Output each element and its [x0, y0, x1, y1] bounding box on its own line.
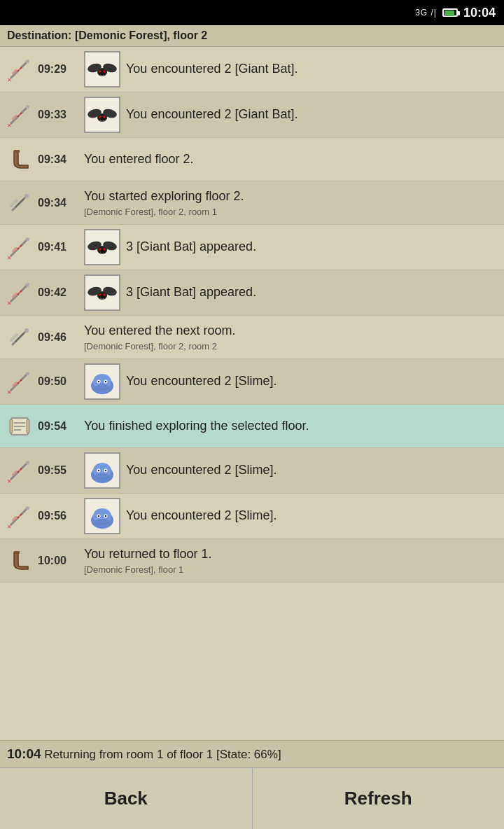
svg-point-15: [26, 106, 29, 109]
destination-text: Destination: [Demonic Forest], floor 2: [7, 29, 207, 41]
svg-line-61: [18, 379, 22, 384]
log-text-wrap: 3 [Giant Bat] appeared.: [126, 284, 498, 300]
slime-monster-image: [84, 363, 120, 400]
log-main-text: You returned to floor 1.: [84, 546, 498, 562]
broken-sword-icon: ✕: [6, 279, 34, 307]
svg-text:✕: ✕: [7, 300, 12, 305]
bottom-buttons: Back Refresh: [0, 767, 504, 829]
svg-line-43: [13, 294, 16, 297]
svg-text:✕: ✕: [7, 389, 12, 394]
signal-icon: 3G /|: [415, 8, 437, 18]
svg-line-45: [18, 291, 22, 295]
svg-point-32: [26, 238, 29, 242]
svg-point-51: [99, 294, 102, 296]
log-row: ✕ 09:55 You encountered 2 [Slime].: [0, 448, 504, 494]
broken-sword-icon: ✕: [6, 233, 34, 261]
svg-text:✕: ✕: [7, 524, 12, 529]
svg-point-27: [24, 194, 29, 198]
svg-point-99: [98, 515, 99, 517]
svg-point-60: [26, 372, 29, 376]
log-main-text: You encountered 2 [Giant Bat].: [126, 106, 498, 123]
svg-line-14: [13, 116, 16, 119]
svg-point-3: [26, 60, 29, 64]
log-time: 09:33: [38, 109, 80, 121]
svg-rect-74: [10, 419, 13, 433]
log-row: ✕ 09:42 3 [Giant Bat] appeared.: [0, 270, 504, 316]
svg-point-79: [26, 461, 29, 465]
svg-line-16: [18, 113, 22, 117]
broken-sword-icon: ✕: [6, 101, 34, 129]
svg-text:✕: ✕: [7, 123, 12, 127]
log-text-wrap: You finished exploring the selected floo…: [84, 418, 498, 434]
back-button[interactable]: Back: [0, 768, 253, 829]
svg-line-59: [13, 383, 16, 386]
broken-sword-icon: ✕: [6, 457, 34, 485]
log-time: 09:46: [38, 331, 80, 344]
svg-point-40: [104, 249, 106, 251]
svg-line-4: [18, 67, 22, 71]
svg-point-92: [26, 507, 29, 510]
svg-point-88: [95, 473, 109, 479]
bat-monster-image: [84, 97, 120, 133]
svg-line-33: [18, 245, 22, 249]
log-text-wrap: You encountered 2 [Slime].: [126, 373, 498, 389]
svg-line-80: [18, 468, 22, 473]
log-row: ✕ 09:56 You encountered 2 [Slime].: [0, 494, 504, 539]
log-main-text: You finished exploring the selected floo…: [84, 418, 498, 434]
status-bar: 3G /| 10:04: [0, 0, 504, 25]
slime-monster-image: [84, 498, 120, 534]
svg-point-67: [98, 381, 99, 382]
log-time: 09:34: [38, 197, 80, 209]
log-main-text: You entered floor 2.: [84, 151, 498, 167]
svg-rect-102: [14, 551, 20, 554]
log-text-wrap: You encountered 2 [Giant Bat].: [126, 61, 498, 77]
svg-point-101: [95, 519, 109, 524]
log-sub-text: [Demonic Forest], floor 1: [84, 564, 498, 575]
log-row: 09:54You finished exploring the selected…: [0, 405, 504, 448]
log-time: 09:29: [38, 63, 80, 76]
svg-text:✕: ✕: [7, 255, 12, 260]
log-time: 09:41: [38, 241, 80, 253]
log-row: 09:34You entered floor 2.: [0, 138, 504, 181]
bat-monster-image: [84, 229, 120, 265]
svg-point-39: [99, 249, 102, 251]
log-time: 09:55: [38, 464, 80, 477]
svg-point-23: [104, 116, 106, 118]
log-row: 09:46You entered the next room.[Demonic …: [0, 316, 504, 359]
sword-icon: [6, 323, 34, 351]
svg-text:✕: ✕: [7, 478, 12, 483]
log-list: ✕ 09:29 You encountered 2 [Giant Bat]. ✕…: [0, 47, 504, 740]
bat-monster-image: [84, 274, 120, 311]
log-sub-text: [Demonic Forest], floor 2, room 2: [84, 341, 498, 351]
log-text-wrap: You encountered 2 [Slime].: [126, 508, 498, 524]
log-text-wrap: You encountered 2 [Slime].: [126, 462, 498, 478]
log-text-wrap: You entered floor 2.: [84, 151, 498, 167]
log-text-wrap: You returned to floor 1.[Demonic Forest]…: [84, 546, 498, 574]
log-text-wrap: 3 [Giant Bat] appeared.: [126, 239, 498, 255]
log-time: 09:54: [38, 420, 80, 433]
svg-point-69: [95, 384, 109, 390]
svg-text:✕: ✕: [7, 77, 12, 82]
status-text: Returning from room 1 of floor 1 [State:…: [44, 748, 281, 761]
clock: 10:04: [463, 6, 496, 20]
svg-point-100: [105, 515, 106, 517]
svg-point-11: [104, 71, 106, 73]
log-time: 09:50: [38, 375, 80, 388]
scroll-icon: [6, 412, 34, 440]
svg-point-10: [99, 71, 102, 73]
log-row: ✕ 09:50 You encountered 2 [Slime].: [0, 359, 504, 405]
log-row: 09:34You started exploring floor 2.[Demo…: [0, 181, 504, 225]
svg-point-68: [105, 381, 106, 382]
svg-point-86: [98, 470, 99, 471]
log-sub-text: [Demonic Forest], floor 2, room 1: [84, 207, 498, 217]
refresh-button[interactable]: Refresh: [253, 768, 505, 829]
svg-line-93: [18, 514, 22, 518]
log-main-text: You encountered 2 [Slime].: [126, 508, 498, 524]
log-time: 09:42: [38, 286, 80, 299]
svg-point-44: [26, 284, 29, 287]
log-text-wrap: You encountered 2 [Giant Bat].: [126, 106, 498, 123]
log-main-text: You started exploring floor 2.: [84, 188, 498, 204]
svg-rect-24: [14, 150, 20, 153]
broken-sword-icon: ✕: [6, 502, 34, 530]
svg-rect-75: [27, 419, 29, 433]
